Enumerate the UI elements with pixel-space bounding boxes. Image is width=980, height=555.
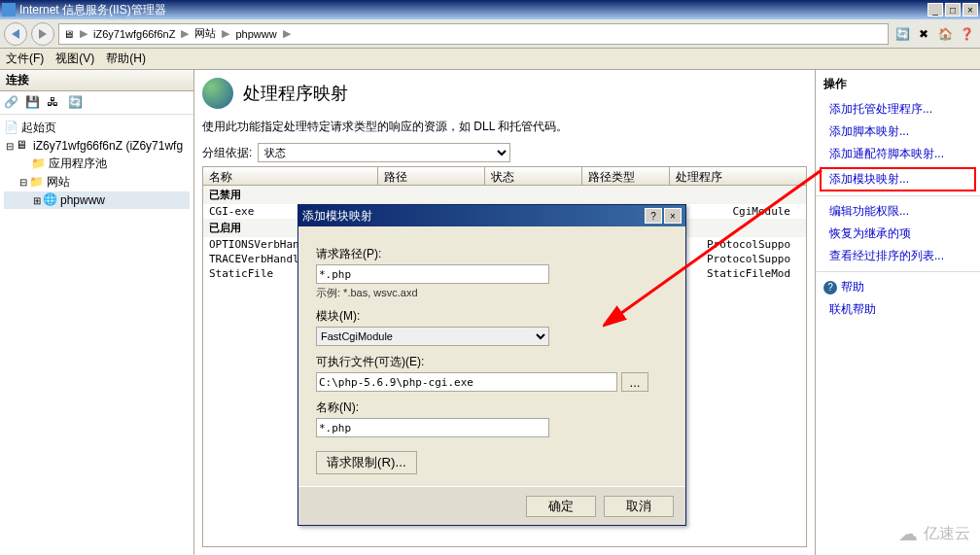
actions-panel: 操作 添加托管处理程序... 添加脚本映射... 添加通配符脚本映射... 添加… — [815, 70, 980, 555]
executable-input[interactable] — [316, 372, 617, 392]
module-select[interactable]: FastCgiModule — [316, 327, 549, 346]
connections-tree: 📄 起始页 ⊟ 🖥 iZ6y71wfg66f6nZ (iZ6y71wfg 📁 应… — [0, 115, 193, 213]
window-titlebar: Internet 信息服务(IIS)管理器 _ □ × — [0, 0, 980, 19]
name-input[interactable] — [316, 418, 549, 437]
browse-button[interactable]: ... — [621, 372, 648, 392]
actions-header: 操作 — [816, 76, 980, 98]
dialog-title: 添加模块映射 — [302, 208, 645, 225]
action-ordered[interactable]: 查看经过排序的列表... — [816, 245, 980, 267]
breadcrumb-site[interactable]: 网站 — [194, 26, 216, 41]
refresh-icon[interactable]: 🔄 — [892, 24, 912, 44]
action-add-managed[interactable]: 添加托管处理程序... — [816, 98, 980, 121]
tree-sites[interactable]: ⊟ 📁 网站 — [4, 173, 190, 191]
nav-toolbar: 🖥 ▶ iZ6y71wfg66f6nZ ▶ 网站 ▶ phpwww ▶ 🔄 ✖ … — [0, 19, 980, 49]
collapse-icon[interactable]: ⊟ — [4, 141, 16, 152]
nodes-icon[interactable]: 🖧 — [47, 95, 62, 111]
connections-panel: 连接 🔗 💾 🖧 🔄 📄 起始页 ⊟ 🖥 iZ6y71wfg66f6nZ (iZ… — [0, 70, 194, 555]
expand-icon[interactable]: ⊞ — [31, 195, 43, 206]
groupby-label: 分组依据: — [202, 145, 252, 161]
refresh-tree-icon[interactable]: 🔄 — [68, 95, 84, 111]
app-pool-icon: 📁 — [31, 156, 47, 172]
add-module-mapping-dialog: 添加模块映射 ? × 请求路径(P): 示例: *.bas, wsvc.axd … — [298, 204, 686, 526]
col-pathtype[interactable]: 路径类型 — [582, 167, 670, 185]
action-edit-feature[interactable]: 编辑功能权限... — [816, 200, 980, 223]
minimize-button[interactable]: _ — [928, 3, 943, 17]
cloud-icon: ☁ — [898, 522, 918, 545]
action-add-module[interactable]: 添加模块映射... — [820, 167, 976, 191]
menu-file[interactable]: 文件(F) — [6, 51, 44, 67]
groupby-select[interactable]: 状态 — [258, 143, 510, 162]
col-name[interactable]: 名称 — [203, 167, 378, 185]
arrow-left-icon — [12, 29, 19, 39]
help-nav-icon[interactable]: ❓ — [957, 24, 976, 44]
dialog-close-button[interactable]: × — [664, 208, 682, 224]
executable-label: 可执行文件(可选)(E): — [316, 354, 668, 370]
grid-header: 名称 路径 状态 路径类型 处理程序 — [202, 166, 807, 186]
col-handler[interactable]: 处理程序 — [670, 167, 806, 185]
restrictions-button[interactable]: 请求限制(R)... — [316, 451, 417, 474]
dialog-help-button[interactable]: ? — [645, 208, 662, 224]
stop-icon[interactable]: ✖ — [914, 24, 933, 44]
server-icon: 🖥 — [16, 138, 31, 154]
action-add-wildcard[interactable]: 添加通配符脚本映射... — [816, 143, 980, 165]
request-path-input[interactable] — [316, 264, 549, 284]
tree-phpwww[interactable]: ⊞ 🌐 phpwww — [4, 191, 190, 209]
action-help[interactable]: 帮助 — [841, 279, 864, 295]
cancel-button[interactable]: 取消 — [604, 496, 674, 517]
tree-start-page[interactable]: 📄 起始页 — [4, 119, 190, 137]
maximize-button[interactable]: □ — [945, 3, 961, 17]
module-label: 模块(M): — [316, 308, 668, 325]
name-label: 名称(N): — [316, 399, 668, 416]
breadcrumb-server[interactable]: iZ6y71wfg66f6nZ — [93, 28, 175, 40]
start-page-icon: 📄 — [4, 121, 19, 136]
site-icon: 🌐 — [43, 192, 58, 208]
action-online-help[interactable]: 联机帮助 — [816, 298, 980, 321]
menu-help[interactable]: 帮助(H) — [106, 51, 146, 67]
iis-icon — [2, 3, 16, 17]
forward-button[interactable] — [31, 22, 54, 46]
connections-toolbar: 🔗 💾 🖧 🔄 — [0, 91, 193, 115]
handler-mapping-icon — [202, 78, 233, 109]
home-icon: 🖥 — [63, 28, 74, 40]
menu-bar: 文件(F) 视图(V) 帮助(H) — [0, 49, 980, 70]
col-status[interactable]: 状态 — [485, 167, 582, 185]
connections-header: 连接 — [0, 70, 193, 91]
request-path-label: 请求路径(P): — [316, 246, 668, 262]
action-add-script[interactable]: 添加脚本映射... — [816, 121, 980, 143]
action-revert[interactable]: 恢复为继承的项 — [816, 223, 980, 245]
section-disabled: 已禁用 — [203, 186, 806, 204]
collapse-icon[interactable]: ⊟ — [18, 177, 29, 188]
col-path[interactable]: 路径 — [378, 167, 485, 185]
arrow-right-icon — [39, 29, 47, 39]
tree-app-pool[interactable]: 📁 应用程序池 — [4, 155, 190, 173]
save-icon[interactable]: 💾 — [25, 95, 41, 111]
window-title: Internet 信息服务(IIS)管理器 — [19, 2, 928, 18]
page-title: 处理程序映射 — [243, 82, 348, 105]
breadcrumb[interactable]: 🖥 ▶ iZ6y71wfg66f6nZ ▶ 网站 ▶ phpwww ▶ — [58, 23, 889, 45]
example-text: 示例: *.bas, wsvc.axd — [316, 286, 668, 300]
ok-button[interactable]: 确定 — [526, 496, 596, 517]
help-icon: ? — [823, 281, 837, 295]
breadcrumb-app[interactable]: phpwww — [235, 28, 276, 40]
sites-icon: 📁 — [29, 175, 45, 191]
close-button[interactable]: × — [962, 3, 978, 17]
tree-server[interactable]: ⊟ 🖥 iZ6y71wfg66f6nZ (iZ6y71wfg — [4, 137, 190, 155]
menu-view[interactable]: 视图(V) — [55, 51, 94, 67]
watermark: ☁ 亿速云 — [898, 522, 970, 545]
page-description: 使用此功能指定处理特定请求类型的响应的资源，如 DLL 和托管代码。 — [202, 119, 807, 135]
connect-icon[interactable]: 🔗 — [4, 95, 19, 111]
back-button[interactable] — [4, 22, 27, 46]
home-nav-icon[interactable]: 🏠 — [935, 24, 955, 44]
